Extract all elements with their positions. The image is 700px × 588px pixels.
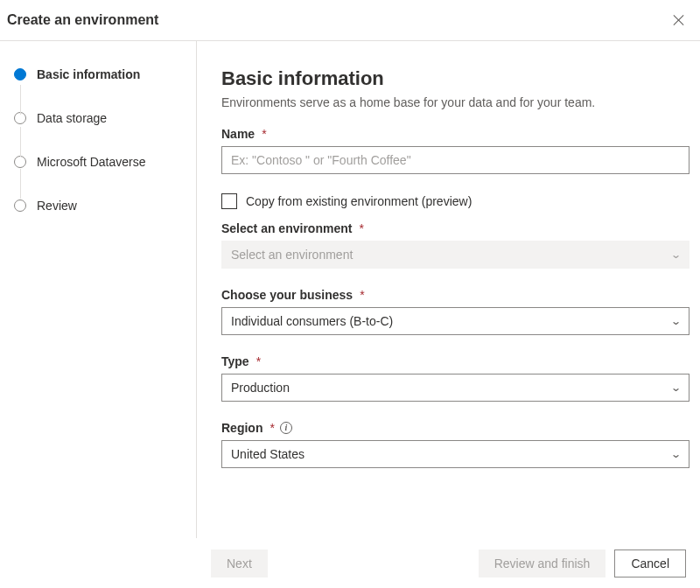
business-label: Choose your business* (221, 288, 690, 302)
page-heading: Basic information (221, 67, 690, 90)
step-dot-icon (14, 200, 26, 212)
type-dropdown[interactable]: Production ⌄ (221, 374, 690, 402)
region-label: Region* i (221, 421, 690, 435)
label-text: Select an environment (221, 221, 352, 235)
chevron-down-icon: ⌄ (670, 382, 682, 394)
dialog-footer: Next Review and finish Cancel (197, 538, 700, 588)
business-dropdown[interactable]: Individual consumers (B-to-C) ⌄ (221, 307, 690, 335)
required-asterisk: * (262, 127, 266, 141)
required-asterisk: * (256, 354, 261, 368)
page-description: Environments serve as a home base for yo… (221, 95, 690, 109)
cancel-button[interactable]: Cancel (614, 550, 686, 578)
label-text: Name (221, 127, 255, 141)
required-asterisk: * (359, 221, 363, 235)
close-icon[interactable] (672, 13, 686, 27)
step-dot-icon (14, 156, 26, 168)
step-label: Data storage (37, 111, 107, 125)
step-label: Basic information (37, 67, 140, 81)
select-environment-dropdown: Select an environment ⌄ (221, 241, 690, 269)
chevron-down-icon: ⌄ (670, 315, 682, 327)
next-button: Next (211, 550, 268, 578)
info-icon[interactable]: i (280, 422, 292, 434)
review-and-finish-button: Review and finish (479, 550, 606, 578)
name-input[interactable] (221, 146, 690, 174)
checkbox-icon (221, 193, 237, 209)
dialog-title: Create an environment (7, 12, 158, 28)
label-text: Type (221, 354, 249, 368)
select-value: United States (231, 447, 304, 461)
step-active-dot-icon (14, 68, 26, 80)
required-asterisk: * (360, 288, 364, 302)
type-label: Type* (221, 354, 690, 368)
step-label: Review (37, 199, 77, 213)
select-value: Select an environment (231, 248, 353, 262)
step-microsoft-dataverse[interactable]: Microsoft Dataverse (14, 155, 196, 169)
select-value: Production (231, 381, 290, 395)
name-label: Name* (221, 127, 690, 141)
step-connector (20, 169, 21, 199)
select-value: Individual consumers (B-to-C) (231, 314, 393, 328)
copy-from-existing-checkbox[interactable]: Copy from existing environment (preview) (221, 193, 690, 209)
step-basic-information[interactable]: Basic information (14, 67, 196, 81)
label-text: Choose your business (221, 288, 353, 302)
chevron-down-icon: ⌄ (670, 248, 682, 261)
step-review[interactable]: Review (14, 199, 196, 213)
step-connector (20, 85, 21, 115)
main-panel: Basic information Environments serve as … (197, 41, 700, 538)
chevron-down-icon: ⌄ (670, 448, 682, 460)
label-text: Region (221, 421, 262, 435)
region-dropdown[interactable]: United States ⌄ (221, 440, 690, 468)
required-asterisk: * (270, 421, 274, 435)
select-environment-label: Select an environment* (221, 221, 690, 235)
step-connector (20, 127, 21, 157)
wizard-steps: Basic information Data storage Microsoft… (0, 41, 197, 538)
step-data-storage[interactable]: Data storage (14, 111, 196, 125)
step-label: Microsoft Dataverse (37, 155, 145, 169)
checkbox-label: Copy from existing environment (preview) (246, 194, 472, 208)
